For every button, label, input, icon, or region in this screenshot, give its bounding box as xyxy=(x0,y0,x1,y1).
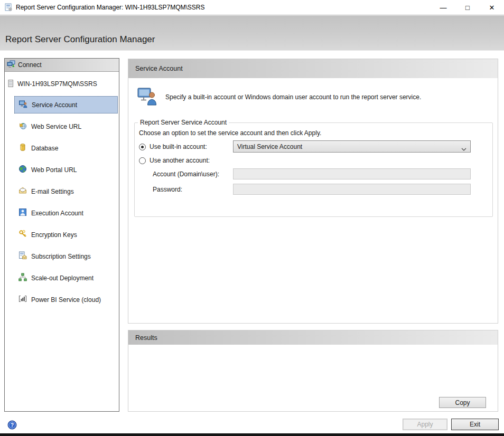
app-icon xyxy=(4,3,13,12)
help-button[interactable]: ? xyxy=(7,420,17,430)
apply-button[interactable]: Apply xyxy=(403,419,447,430)
scale-out-deployment-icon xyxy=(18,273,27,283)
sidebar-item-database[interactable]: Database xyxy=(14,139,118,157)
chevron-down-icon xyxy=(461,145,466,153)
built-in-account-dropdown[interactable]: Virtual Service Account xyxy=(233,140,471,153)
app-banner-title: Report Server Configuration Manager xyxy=(5,34,155,45)
app-banner: Report Server Configuration Manager xyxy=(0,15,504,51)
close-button[interactable]: ✕ xyxy=(480,0,504,15)
window-bottom-edge xyxy=(0,433,504,436)
database-icon xyxy=(18,143,27,153)
sidebar-item-label: Encryption Keys xyxy=(31,231,77,239)
password-field-label: Password: xyxy=(153,186,182,193)
execution-account-icon xyxy=(18,208,27,218)
sidebar-item-label: Web Service URL xyxy=(31,123,81,130)
server-label: WIN-1H93LSP7MQM\SSRS xyxy=(17,80,97,88)
sidebar-item-label: Service Account xyxy=(32,101,77,109)
exit-button[interactable]: Exit xyxy=(451,419,499,430)
sidebar-item-label: Scale-out Deployment xyxy=(31,274,94,282)
server-node[interactable]: WIN-1H93LSP7MQM\SSRS xyxy=(8,79,97,89)
sidebar-item-execution-account[interactable]: Execution Account xyxy=(14,204,118,222)
sidebar-item-email-settings[interactable]: E-mail Settings xyxy=(14,183,118,200)
copy-button[interactable]: Copy xyxy=(439,397,486,408)
sidebar-header-connect: Connect xyxy=(5,59,119,72)
maximize-button[interactable]: □ xyxy=(455,0,480,15)
service-account-icon xyxy=(19,100,27,110)
sidebar-item-scale-out-deployment[interactable]: Scale-out Deployment xyxy=(14,269,118,287)
window-title: Report Server Configuration Manager: WIN… xyxy=(16,4,204,11)
web-portal-url-icon xyxy=(18,165,27,175)
sidebar: Connect WIN-1H93LSP7MQM\SSRS xyxy=(4,58,119,412)
sidebar-tree: Service Account Web Service URL xyxy=(5,96,119,312)
encryption-keys-icon xyxy=(18,230,27,240)
results-header-title: Results xyxy=(135,334,157,342)
results-panel: Results Copy xyxy=(128,330,498,412)
results-header: Results xyxy=(128,330,498,345)
panel-description: Specify a built-in account or Windows do… xyxy=(165,93,472,101)
svg-text:?: ? xyxy=(11,422,14,428)
sidebar-item-label: Subscription Settings xyxy=(31,253,91,260)
sidebar-item-subscription-settings[interactable]: Subscription Settings xyxy=(14,248,118,265)
service-account-panel: Service Account Specify a built-in accou… xyxy=(128,59,498,324)
sidebar-item-encryption-keys[interactable]: Encryption Keys xyxy=(14,226,118,243)
service-account-group: Report Server Service Account Choose an … xyxy=(134,122,493,217)
connect-icon xyxy=(7,60,15,70)
use-another-account-label: Use another account: xyxy=(150,157,210,164)
window-controls: — □ ✕ xyxy=(431,0,504,15)
sidebar-item-label: Web Portal URL xyxy=(31,166,77,174)
use-built-in-account-radio[interactable]: Use built-in account: xyxy=(139,143,207,150)
radio-unselected-icon xyxy=(139,157,146,164)
account-field-label: Account (Domain\user): xyxy=(153,170,219,178)
title-bar: Report Server Configuration Manager: WIN… xyxy=(0,0,504,15)
sidebar-header-label: Connect xyxy=(18,61,42,69)
service-account-large-icon xyxy=(137,88,157,107)
sidebar-item-web-service-url[interactable]: Web Service URL xyxy=(14,118,118,135)
server-icon xyxy=(8,79,14,89)
sidebar-item-label: Execution Account xyxy=(31,210,83,217)
group-instruction: Choose an option to set the service acco… xyxy=(139,129,321,137)
password-input[interactable] xyxy=(233,184,471,195)
sidebar-item-service-account[interactable]: Service Account xyxy=(14,96,118,113)
sidebar-item-web-portal-url[interactable]: Web Portal URL xyxy=(14,161,118,178)
built-in-account-value: Virtual Service Account xyxy=(237,143,302,150)
subscription-settings-icon xyxy=(18,251,27,261)
use-built-in-account-label: Use built-in account: xyxy=(150,143,207,150)
radio-selected-icon xyxy=(139,144,146,150)
power-bi-icon xyxy=(18,295,27,305)
group-title: Report Server Service Account xyxy=(138,119,229,126)
web-service-url-icon xyxy=(18,121,27,131)
panel-header-title: Service Account xyxy=(135,65,183,72)
panel-header: Service Account xyxy=(128,59,498,78)
sidebar-item-label: E-mail Settings xyxy=(31,188,74,195)
minimize-button[interactable]: — xyxy=(431,0,455,15)
use-another-account-radio[interactable]: Use another account: xyxy=(139,157,210,164)
account-input[interactable] xyxy=(233,168,471,179)
email-settings-icon xyxy=(18,186,27,196)
sidebar-item-label: Power BI Service (cloud) xyxy=(31,296,101,304)
sidebar-item-power-bi-service[interactable]: Power BI Service (cloud) xyxy=(14,291,118,308)
sidebar-item-label: Database xyxy=(31,145,58,152)
